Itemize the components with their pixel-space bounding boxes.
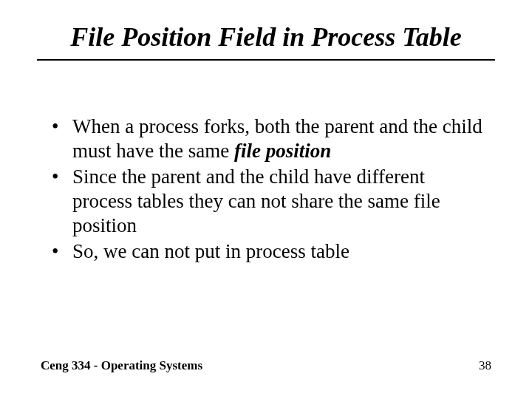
bullet-emph: file position [234,140,331,162]
bullet-list: When a process forks, both the parent an… [52,115,488,264]
slide-number: 38 [479,358,491,373]
footer-course: Ceng 334 - Operating Systems [41,358,202,373]
bullet-text: Since the parent and the child have diff… [72,166,440,236]
slide-title: File Position Field in Process Table [37,22,495,52]
title-underline [37,59,495,61]
list-item: So, we can not put in process table [52,239,488,264]
slide-body: When a process forks, both the parent an… [52,115,488,265]
list-item: When a process forks, both the parent an… [52,115,488,163]
bullet-text: So, we can not put in process table [72,240,349,262]
slide: File Position Field in Process Table Whe… [0,0,532,399]
list-item: Since the parent and the child have diff… [52,165,488,238]
